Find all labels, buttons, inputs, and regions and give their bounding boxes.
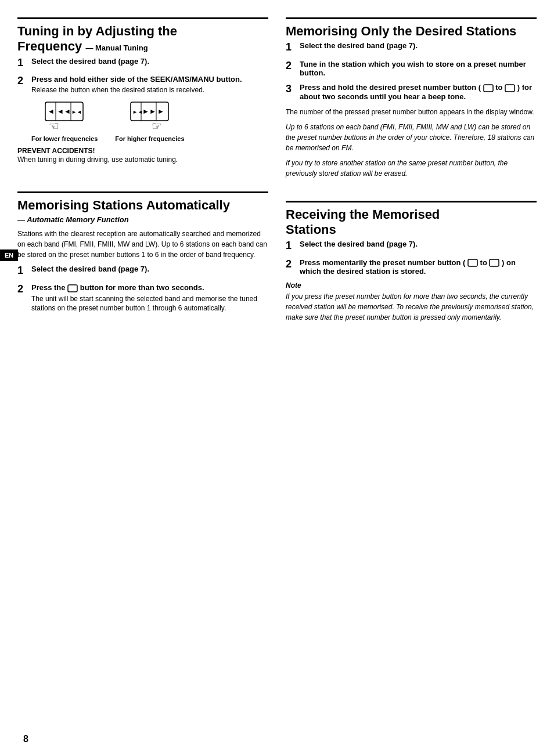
svg-rect-15	[484, 85, 493, 92]
svg-rect-16	[505, 85, 515, 92]
step-3-mem: 3 Press and hold the desired preset numb…	[286, 83, 537, 101]
step-1-receive: 1 Select the desired band (page 7).	[286, 240, 537, 252]
step-bold-1: Select the desired band (page 7).	[31, 57, 149, 66]
prevent-text: When tuning in during driving, use autom…	[17, 155, 268, 165]
step-bold-auto-2: Press the button for more than two secon…	[31, 283, 204, 292]
section-manual-tuning: Tuning in by Adjusting the Frequency — M…	[17, 17, 268, 168]
page: EN Tuning in by Adjusting the Frequency …	[0, 0, 554, 756]
section-title-receive: Receiving the Memorised Stations	[286, 207, 537, 238]
btn-icon-rcv-6	[489, 259, 499, 267]
step-2-manual: 2 Press and hold either side of the SEEK…	[17, 75, 268, 95]
section-title-auto: Memorising Stations Automatically	[17, 198, 268, 213]
section-divider-4	[286, 201, 537, 202]
receive-title-1: Receiving the Memorised	[286, 207, 440, 222]
step-num-mem-2: 2	[286, 60, 296, 73]
svg-text:◄◄: ◄◄	[57, 107, 71, 115]
title-line1: Tuning in by Adjusting the	[17, 24, 177, 38]
button-diagrams: ◄ ◄◄ ►◄ ☜ For lower frequencies	[31, 101, 268, 142]
section-divider-2	[17, 191, 268, 193]
svg-text:◄: ◄	[48, 107, 55, 115]
step-bold-rcv-1: Select the desired band (page 7).	[300, 240, 418, 248]
section-receive: Receiving the Memorised Stations 1 Selec…	[286, 201, 537, 328]
step-content-rcv-2: Press momentarily the preset number butt…	[300, 258, 537, 276]
svg-text:►◄: ►◄	[71, 109, 82, 115]
mem-italic1: Up to 6 stations on each band (FMI, FMII…	[286, 122, 537, 153]
higher-freq-label: For higher frequencies	[115, 135, 184, 142]
step-bold-auto-1: Select the desired band (page 7).	[31, 265, 149, 273]
btn-icon-1	[483, 84, 494, 92]
diagram-higher-freq: ►◄ ►► ► ☞ For higher frequencies	[115, 101, 184, 142]
step-num-auto-1: 1	[17, 265, 28, 277]
note-text: If you press the preset number button fo…	[286, 291, 537, 323]
content-area: Tuning in by Adjusting the Frequency — M…	[17, 17, 537, 339]
receive-title-2: Stations	[286, 222, 336, 237]
section-auto-memory: Memorising Stations Automatically — Auto…	[17, 191, 268, 319]
note-title: Note	[286, 281, 537, 290]
svg-rect-17	[468, 259, 477, 266]
step-content-mem-3: Press and hold the desired preset number…	[300, 83, 537, 101]
step-1-auto: 1 Select the desired band (page 7).	[17, 265, 268, 277]
auto-body: Stations with the clearest reception are…	[17, 229, 268, 260]
step-content-mem-2: Tune in the station which you wish to st…	[300, 60, 537, 77]
auto-subtitle: — Automatic Memory Function	[17, 215, 268, 224]
step-text-2: Release the button when the desired stat…	[31, 85, 268, 95]
svg-rect-14	[68, 285, 77, 292]
higher-freq-icon: ►◄ ►► ► ☞	[129, 101, 170, 133]
right-column: Memorising Only the Desired Stations 1 S…	[286, 17, 537, 339]
section-memorise-desired: Memorising Only the Desired Stations 1 S…	[286, 17, 537, 183]
step-content-auto-2: Press the button for more than two secon…	[31, 283, 268, 313]
step-2-mem: 2 Tune in the station which you wish to …	[286, 60, 537, 77]
section-divider-1	[17, 17, 268, 19]
section-divider-3	[286, 17, 537, 19]
note-section: Note If you press the preset number butt…	[286, 281, 537, 323]
prevent-accidents-box: PREVENT ACCIDENTS! When tuning in during…	[17, 147, 268, 165]
svg-text:☞: ☞	[152, 120, 162, 132]
svg-text:☜: ☜	[49, 120, 59, 132]
title-line2: Frequency	[17, 39, 82, 53]
en-badge: EN	[0, 249, 18, 261]
step-2-receive: 2 Press momentarily the preset number bu…	[286, 258, 537, 276]
step-num-mem-1: 1	[286, 41, 296, 54]
step-bold-mem-3: Press and hold the desired preset number…	[300, 83, 532, 101]
step-content-rcv-1: Select the desired band (page 7).	[300, 240, 537, 248]
btn-icon-6	[505, 84, 515, 92]
svg-text:►: ►	[157, 107, 164, 115]
left-column: Tuning in by Adjusting the Frequency — M…	[17, 17, 268, 339]
step-content-2: Press and hold either side of the SEEK/A…	[31, 75, 268, 95]
lower-freq-label: For lower frequencies	[31, 135, 98, 142]
step-bold-2: Press and hold either side of the SEEK/A…	[31, 75, 242, 84]
svg-text:►◄: ►◄	[132, 109, 143, 115]
step-text-auto-2: The unit will be start scanning the sele…	[31, 294, 268, 314]
svg-text:►►: ►►	[142, 107, 156, 115]
page-number: 8	[23, 734, 28, 744]
mem-body1: The number of the pressed preset number …	[286, 107, 537, 117]
prevent-title: PREVENT ACCIDENTS!	[17, 147, 268, 155]
step-bold-mem-2: Tune in the station which you wish to st…	[300, 60, 526, 77]
mem-italic2: If you try to store another station on t…	[286, 158, 537, 179]
step-1-manual: 1 Select the desired band (page 7).	[17, 57, 268, 70]
step-2-auto: 2 Press the button for more than two sec…	[17, 283, 268, 313]
step-content-1: Select the desired band (page 7).	[31, 57, 268, 66]
section-title-manual-tuning: Tuning in by Adjusting the Frequency — M…	[17, 24, 268, 55]
step-1-mem: 1 Select the desired band (page 7).	[286, 41, 537, 54]
step-num-2: 2	[17, 75, 28, 88]
svg-rect-18	[490, 259, 499, 266]
step-content-auto-1: Select the desired band (page 7).	[31, 265, 268, 273]
step-num-auto-2: 2	[17, 283, 28, 296]
lower-freq-icon: ◄ ◄◄ ►◄ ☜	[44, 101, 85, 133]
step-bold-mem-1: Select the desired band (page 7).	[300, 41, 418, 50]
section-title-memorise: Memorising Only the Desired Stations	[286, 24, 537, 39]
step-num-mem-3: 3	[286, 83, 296, 96]
title-sub: — Manual Tuning	[85, 44, 148, 52]
step-bold-rcv-2: Press momentarily the preset number butt…	[300, 258, 516, 276]
diagram-lower-freq: ◄ ◄◄ ►◄ ☜ For lower frequencies	[31, 101, 98, 142]
step-num-rcv-1: 1	[286, 240, 296, 252]
btn-icon-auto	[67, 284, 78, 292]
auto-title: Memorising Stations Automatically	[17, 198, 230, 212]
step-content-mem-1: Select the desired band (page 7).	[300, 41, 537, 50]
btn-icon-rcv-1	[467, 259, 478, 267]
step-num-1: 1	[17, 57, 28, 70]
step-num-rcv-2: 2	[286, 258, 296, 271]
